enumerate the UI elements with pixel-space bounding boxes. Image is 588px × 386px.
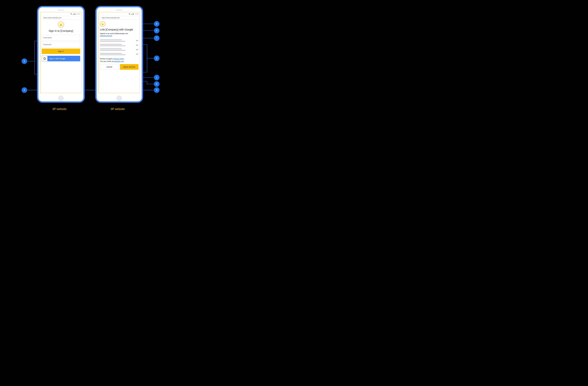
signal-icon (73, 13, 74, 15)
badge-5: 5 (21, 58, 27, 64)
battery-icon (75, 13, 76, 15)
badge-6: 6 (154, 81, 159, 87)
signin-button[interactable]: Sign In (42, 49, 80, 54)
triangle-icon (102, 23, 104, 25)
unlink-line: You can unlink at example.com (100, 60, 138, 62)
privacy-policy-link[interactable]: Privacy Policy (113, 58, 124, 60)
signin-heading: Sign in to [Company] (42, 29, 80, 32)
phone-speaker (58, 10, 64, 10)
password-input[interactable] (42, 42, 80, 47)
phone-consent: 12:30 https://www.example.com Link [Comp… (95, 6, 143, 103)
home-button[interactable] (58, 95, 64, 101)
signal-icon (131, 13, 132, 15)
svg-rect-11 (75, 14, 76, 15)
permission-item[interactable] (100, 52, 138, 56)
statusbar: 12:30 (42, 13, 80, 15)
battery-icon (133, 13, 134, 15)
chevron-down-icon (136, 48, 138, 50)
privacy-line: Review Google's Privacy Policy (100, 58, 138, 60)
chevron-down-icon (136, 53, 138, 55)
svg-rect-14 (133, 13, 133, 14)
permission-item[interactable] (100, 38, 138, 43)
svg-rect-13 (133, 14, 134, 15)
google-signin-label: Sign in with Google (47, 56, 67, 61)
url-bar[interactable]: https://www.example.com (100, 16, 138, 20)
badge-A: A (154, 28, 159, 33)
google-signin-button[interactable]: Sign in with Google (42, 56, 80, 61)
caption-right: 3P website (111, 107, 125, 111)
svg-rect-12 (75, 13, 75, 14)
consent-heading: Link [Company] with Google (100, 28, 138, 31)
badge-4: 4 (21, 87, 27, 93)
phone-signin: 12:30 https://www.example.com Sign in to… (37, 6, 85, 103)
wifi-icon (128, 13, 130, 15)
phone-speaker (116, 10, 123, 10)
badge-1: 1 (154, 75, 159, 80)
cancel-button[interactable]: Cancel (100, 64, 119, 70)
permissions-list (100, 38, 138, 56)
badge-3: 3 (154, 87, 159, 93)
google-icon (42, 56, 47, 61)
status-time: 12:30 (76, 13, 80, 15)
company-logo (100, 22, 105, 27)
company-logo (58, 22, 64, 27)
phone1-screen: 12:30 https://www.example.com Sign in to… (40, 12, 82, 93)
callout-lines (0, 0, 181, 119)
home-button[interactable] (116, 95, 122, 101)
signed-in-as: Signed in as user123@example.com (100, 32, 138, 34)
chevron-down-icon (136, 39, 138, 41)
permission-item[interactable] (100, 43, 138, 47)
unlink-link[interactable]: example.com (113, 60, 124, 62)
triangle-icon (60, 23, 62, 26)
statusbar: 12:30 (100, 13, 138, 15)
change-account-link[interactable]: change account (100, 35, 112, 37)
permission-item[interactable] (100, 47, 138, 52)
diagram-stage: 5 4 8 A 7 2 1 6 3 12:30 https://www.exam… (0, 0, 181, 119)
chevron-down-icon (136, 44, 138, 46)
agree-button[interactable]: Agree and link (120, 64, 138, 70)
phone2-screen: 12:30 https://www.example.com Link [Comp… (99, 12, 140, 93)
caption-left: 3P website (52, 107, 66, 111)
url-bar[interactable]: https://www.example.com (42, 16, 80, 20)
badge-2: 2 (154, 56, 159, 61)
status-time: 12:30 (135, 13, 138, 15)
wifi-icon (70, 13, 72, 15)
badge-8: 8 (154, 21, 159, 27)
badge-7: 7 (154, 35, 159, 41)
username-input[interactable] (42, 35, 80, 40)
